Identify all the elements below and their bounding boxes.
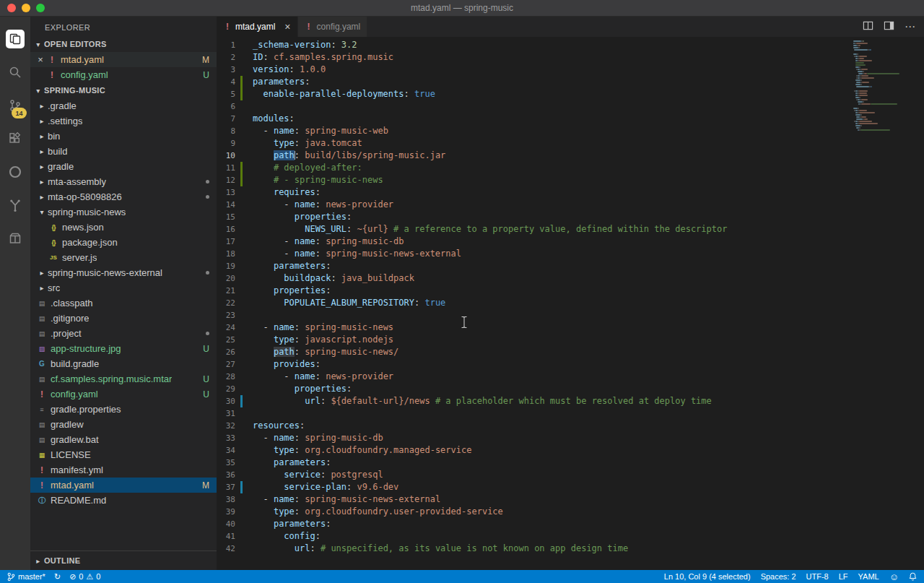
git-branch-indicator[interactable]: master*: [7, 572, 45, 582]
editor[interactable]: 1_schema-version: 3.22ID: cf.samples.spr…: [217, 37, 924, 570]
folder-.gradle[interactable]: ▸.gradle: [30, 98, 217, 113]
code-line[interactable]: 8 - name: spring-music-web: [217, 125, 924, 137]
problems-indicator[interactable]: ⊘ 0 ⚠ 0: [69, 572, 100, 581]
code-line[interactable]: 24 - name: spring-music-news: [217, 321, 924, 334]
code-line[interactable]: 13 requires:: [217, 186, 924, 199]
file-gradlew[interactable]: ▤gradlew: [30, 417, 217, 432]
language-mode[interactable]: YAML: [858, 572, 879, 581]
code-line[interactable]: 20 buildpack: java_buildpack: [217, 272, 924, 285]
code-line[interactable]: 30 url: ${default-url}/news # a placehol…: [217, 395, 924, 407]
open-editor-item[interactable]: ×!mtad.yamlM: [30, 52, 217, 67]
code-line[interactable]: 41 config:: [217, 530, 924, 543]
eol-setting[interactable]: LF: [839, 572, 848, 581]
folder-src[interactable]: ▸src: [30, 280, 217, 295]
code-line[interactable]: 22 POPULATE_ALBUM_REPOSITORY: true: [217, 297, 924, 309]
file-.classpath[interactable]: ▤.classpath: [30, 295, 217, 311]
folder-bin[interactable]: ▸bin: [30, 129, 217, 144]
fork-tool-icon[interactable]: [0, 189, 30, 222]
code-line[interactable]: 2ID: cf.samples.spring.music: [217, 51, 924, 64]
minimap[interactable]: [853, 40, 918, 131]
file-config.yaml[interactable]: !config.yamlU: [30, 386, 217, 402]
code-line[interactable]: 39 type: org.cloudfoundry.user-provided-…: [217, 506, 924, 518]
code-line[interactable]: 31: [217, 407, 924, 420]
code-line[interactable]: 17 - name: spring-music-db: [217, 236, 924, 248]
folder-.settings[interactable]: ▸.settings: [30, 113, 217, 129]
code-line[interactable]: 28 - name: news-provider: [217, 371, 924, 383]
layout-icon[interactable]: [884, 20, 894, 34]
close-icon[interactable]: ×: [35, 54, 46, 65]
code-line[interactable]: 4parameters:: [217, 76, 924, 88]
code-line[interactable]: 15 properties:: [217, 211, 924, 223]
file-gradle.properties[interactable]: ≡gradle.properties: [30, 402, 217, 417]
code-line[interactable]: 9 type: java.tomcat: [217, 137, 924, 150]
cursor-position[interactable]: Ln 10, Col 9 (4 selected): [664, 572, 751, 581]
file-server.js[interactable]: JSserver.js: [30, 250, 217, 265]
sync-button[interactable]: ↻: [54, 573, 61, 581]
split-editor-icon[interactable]: [863, 20, 873, 34]
code-line[interactable]: 6: [217, 100, 924, 113]
code-line[interactable]: 12 # - spring-music-news: [217, 174, 924, 186]
maximize-window-button[interactable]: [36, 4, 45, 12]
code-line[interactable]: 11 # deployed-after:: [217, 162, 924, 174]
code-line[interactable]: 21 properties:: [217, 285, 924, 297]
minimize-window-button[interactable]: [22, 4, 30, 12]
code-line[interactable]: 33 - name: spring-music-db: [217, 432, 924, 444]
code-line[interactable]: 29 properties:: [217, 383, 924, 395]
file-.gitignore[interactable]: ▤.gitignore: [30, 311, 217, 326]
code-line[interactable]: 38 - name: spring-music-news-external: [217, 493, 924, 506]
code-line[interactable]: 19 parameters:: [217, 260, 924, 272]
file-news.json[interactable]: {}news.json: [30, 220, 217, 235]
code-line[interactable]: 36 service: postgresql: [217, 469, 924, 481]
folder-spring-music-news[interactable]: ▾spring-music-news: [30, 204, 217, 220]
folder-mta-op-58098826[interactable]: ▸mta-op-58098826: [30, 189, 217, 204]
file-LICENSE[interactable]: ▦LICENSE: [30, 447, 217, 462]
code-line[interactable]: 40 parameters:: [217, 518, 924, 530]
code-line[interactable]: 27 provides:: [217, 358, 924, 371]
file-build.gradle[interactable]: Gbuild.gradle: [30, 356, 217, 371]
folder-gradle[interactable]: ▸gradle: [30, 159, 217, 174]
indentation-setting[interactable]: Spaces: 2: [761, 572, 796, 581]
file-app-structure.jpg[interactable]: ▨app-structure.jpgU: [30, 341, 217, 356]
more-actions-icon[interactable]: ⋯: [905, 20, 915, 33]
code-line[interactable]: 34 type: org.cloudfoundry.managed-servic…: [217, 444, 924, 457]
open-editor-item[interactable]: !config.yamlU: [30, 67, 217, 82]
toolbox-icon[interactable]: [0, 222, 30, 255]
tab-config.yaml[interactable]: !config.yaml: [298, 17, 367, 37]
code-line[interactable]: 14 - name: news-provider: [217, 199, 924, 211]
file-manifest.yml[interactable]: !manifest.yml: [30, 462, 217, 478]
code-line[interactable]: 7modules:: [217, 113, 924, 125]
code-line[interactable]: 32resources:: [217, 420, 924, 432]
explorer-icon[interactable]: [0, 22, 30, 56]
circle-tool-icon[interactable]: [0, 155, 30, 189]
file-mtad.yaml[interactable]: !mtad.yamlM: [30, 478, 217, 493]
close-window-button[interactable]: [7, 4, 16, 12]
tab-mtad.yaml[interactable]: !mtad.yaml×: [217, 17, 297, 37]
open-editors-header[interactable]: ▾ OPEN EDITORS: [30, 36, 217, 52]
code-line[interactable]: 18 - name: spring-music-news-external: [217, 248, 924, 260]
code-line[interactable]: 37 service-plan: v9.6-dev: [217, 481, 924, 493]
folder-mta-assembly[interactable]: ▸mta-assembly: [30, 174, 217, 189]
file-package.json[interactable]: {}package.json: [30, 235, 217, 250]
code-line[interactable]: 3version: 1.0.0: [217, 64, 924, 76]
feedback-smiley-icon[interactable]: ☺: [889, 572, 899, 582]
close-icon[interactable]: ×: [284, 21, 290, 33]
project-section-header[interactable]: ▾ SPRING-MUSIC: [30, 82, 217, 98]
folder-spring-music-news-external[interactable]: ▸spring-music-news-external: [30, 265, 217, 280]
code-line[interactable]: 16 NEWS_URL: ~{url} # a reference to a p…: [217, 223, 924, 236]
code-line[interactable]: 10 path: build/libs/spring-music.jar: [217, 150, 924, 162]
code-line[interactable]: 35 parameters:: [217, 457, 924, 469]
encoding-setting[interactable]: UTF-8: [806, 572, 829, 581]
file-.project[interactable]: ▤.project: [30, 326, 217, 341]
file-gradlew.bat[interactable]: ▤gradlew.bat: [30, 432, 217, 447]
outline-header[interactable]: ▸ OUTLINE: [30, 550, 217, 570]
source-control-icon[interactable]: 14: [0, 89, 30, 122]
notifications-bell-icon[interactable]: [909, 572, 917, 581]
extensions-icon[interactable]: [0, 122, 30, 155]
file-cf.samples.spring.music.mtar[interactable]: ▤cf.samples.spring.music.mtarU: [30, 371, 217, 386]
code-line[interactable]: 5 enable-parallel-deployments: true: [217, 88, 924, 100]
folder-build[interactable]: ▸build: [30, 144, 217, 159]
search-icon[interactable]: [0, 56, 30, 89]
code-line[interactable]: 23: [217, 309, 924, 321]
code-line[interactable]: 26 path: spring-music-news/: [217, 346, 924, 358]
code-line[interactable]: 42 url: # unspecified, as its value is n…: [217, 543, 924, 555]
